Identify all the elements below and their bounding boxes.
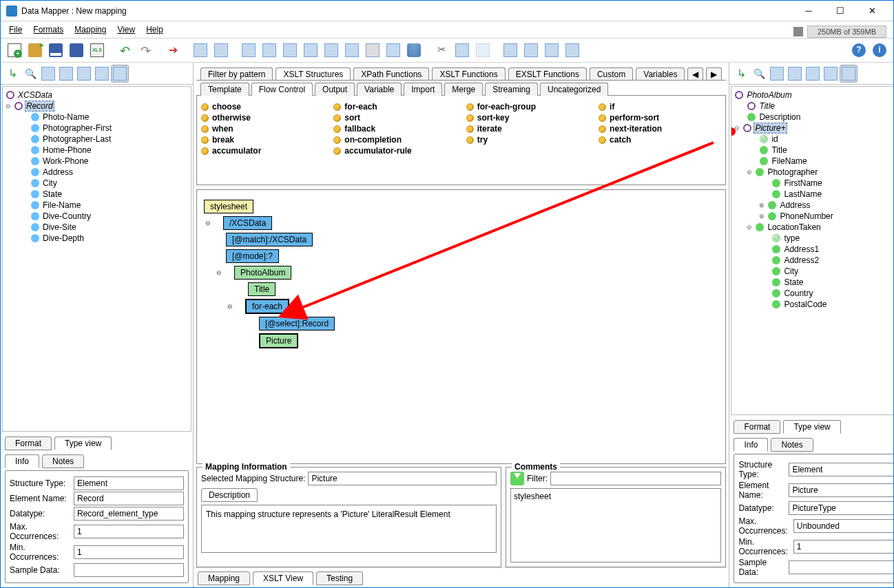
tab-mapping[interactable]: Mapping [198,571,250,585]
func-sort-key[interactable]: sort-key [466,112,589,123]
left-list-icon[interactable] [57,65,75,83]
menu-file[interactable]: File [3,25,28,34]
tab-format[interactable]: Format [734,420,780,434]
func-sort[interactable]: sort [333,112,456,123]
tree-a1[interactable]: Address1 [782,244,820,254]
redo-button[interactable]: ↷ [136,41,155,60]
tree-postal[interactable]: PostalCode [782,300,828,309]
subtab-streaming[interactable]: Streaming [485,83,538,96]
remove-button[interactable] [542,41,561,60]
toggle-icon[interactable]: ⊖ [4,103,12,109]
tree-title[interactable]: Title [758,101,776,111]
tab-xpath-functions[interactable]: XPath Functions [353,67,429,81]
datatype-field[interactable] [74,507,184,521]
node-match[interactable]: [@match]:/XCSData [226,233,313,246]
toggle-icon[interactable]: ⊖ [745,224,753,231]
node-photoalbum[interactable]: PhotoAlbum [234,266,291,280]
tab-xslt-functions[interactable]: XSLT Functions [432,67,505,81]
tree-state[interactable]: State [782,277,804,287]
tree-city[interactable]: City [782,266,800,276]
tree-lastname[interactable]: LastName [782,189,823,199]
tab-info[interactable]: Info [5,454,39,468]
right-tree[interactable]: PhotoAlbum Title Description ⊖Picture+ @… [731,86,894,415]
toggle-icon[interactable]: ⊖ [204,220,212,227]
tree-item[interactable]: Dive-Depth [41,233,85,243]
tree-item[interactable]: Home-Phone [41,145,93,155]
left-find-icon[interactable] [75,65,93,83]
trash-icon[interactable] [793,27,803,36]
element-name-field[interactable] [789,483,894,497]
tab-typeview[interactable]: Type view [54,437,112,450]
tree-root[interactable]: PhotoAlbum [745,90,793,100]
func-otherwise[interactable]: otherwise [201,112,324,123]
tree-filename[interactable]: FileName [770,156,808,166]
tree-photographer[interactable]: Photographer [766,167,819,177]
func-accumulator[interactable]: accumulator [201,145,324,156]
func-catch[interactable]: catch [599,134,721,145]
right-find-icon[interactable] [804,65,822,83]
func-on-completion[interactable]: on-completion [333,134,456,145]
tab-testing[interactable]: Testing [316,571,363,585]
tree-location[interactable]: LocationTaken [766,222,822,232]
menu-mapping[interactable]: Mapping [69,25,112,34]
left-tree-icon[interactable] [111,65,129,83]
subtab-uncategorized[interactable]: Uncategorized [540,83,608,96]
menu-formats[interactable]: Formats [28,25,69,34]
grid-button[interactable] [260,41,279,60]
func-break[interactable]: break [201,134,324,145]
structure-type-field[interactable] [74,476,184,490]
func-try[interactable]: try [466,134,589,145]
mapping-canvas[interactable]: stylesheet ⊖/XCSData [@match]:/XCSData [… [196,189,726,464]
at-button[interactable] [363,41,382,60]
minocc-field[interactable] [793,540,894,554]
sampledata-field[interactable] [789,560,894,574]
exit-button[interactable]: ➔ [163,41,183,60]
open-button[interactable] [25,41,45,60]
right-expand-icon[interactable]: ↳ [732,65,750,83]
attach-button[interactable] [342,41,362,60]
func-perform-sort[interactable]: perform-sort [599,112,721,123]
subtab-template[interactable]: Template [200,83,249,96]
func-accumulator-rule[interactable]: accumulator-rule [333,145,456,156]
func-for-each[interactable]: for-each [333,101,456,112]
left-notes-icon[interactable] [39,65,57,83]
tree-ph-address[interactable]: Address [778,200,811,210]
left-expand-icon[interactable]: ↳ [3,65,21,83]
tree-item[interactable]: Work-Phone [41,156,90,166]
filter-icon[interactable] [510,472,524,485]
toggle-icon[interactable]: ⊕ [758,202,766,209]
tab-notes[interactable]: Notes [42,454,84,468]
tab-description[interactable]: Description [201,488,258,502]
tree-picture[interactable]: Picture+ [753,123,787,134]
tree-item[interactable]: State [41,189,63,199]
left-edit-icon[interactable] [93,65,111,83]
subtab-output[interactable]: Output [315,83,355,96]
tree-loc-type[interactable]: type [782,233,801,243]
new-file-button[interactable] [5,41,24,60]
tab-scroll-right[interactable]: ▶ [706,67,722,81]
tree-item[interactable]: Photographer-Last [41,134,112,144]
toggle-icon[interactable]: ⊕ [758,213,766,220]
close-button[interactable]: ✕ [856,1,888,21]
paste-button[interactable] [473,41,492,60]
tree-item[interactable]: Dive-Site [41,222,78,232]
subtab-flowcontrol[interactable]: Flow Control [251,83,313,96]
save-button[interactable] [46,41,65,60]
subtab-variable[interactable]: Variable [357,83,402,96]
tab-exslt-functions[interactable]: EXSLT Functions [508,67,587,81]
subtab-merge[interactable]: Merge [444,83,483,96]
export-xls-button[interactable]: XLS [87,41,107,60]
minocc-field[interactable] [74,545,184,559]
tree-phone[interactable]: PhoneNumber [778,211,834,221]
layers-button[interactable] [384,41,403,60]
node-title[interactable]: Title [248,282,276,296]
list1-button[interactable] [280,41,300,60]
element-name-field[interactable] [74,492,184,505]
func-next-iteration[interactable]: next-iteration [599,123,721,134]
tab-typeview[interactable]: Type view [783,420,840,434]
tab-scroll-left[interactable]: ◀ [687,67,703,81]
tab-info[interactable]: Info [734,438,768,452]
structure-type-field[interactable] [789,463,894,476]
func-when[interactable]: when [201,123,324,134]
about-button[interactable]: i [870,41,889,60]
